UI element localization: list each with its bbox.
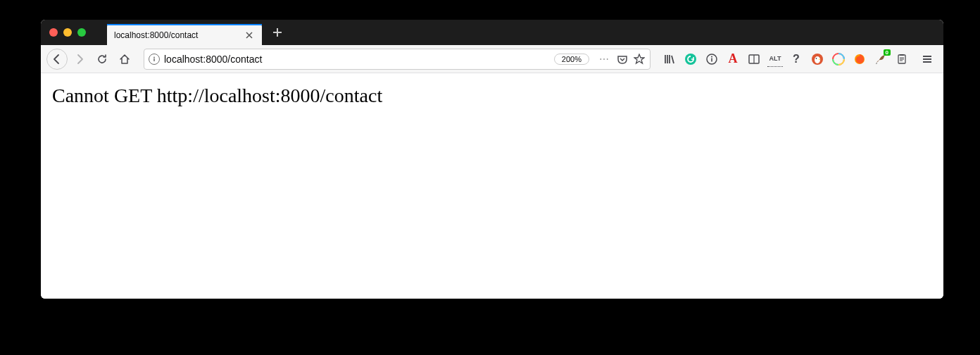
tab-active-indicator (107, 24, 262, 25)
stylus-icon[interactable]: 0 (873, 51, 888, 67)
window-maximize-button[interactable] (77, 28, 86, 37)
svg-point-9 (815, 56, 820, 63)
font-letter-icon[interactable]: A (725, 51, 741, 67)
library-icon[interactable] (662, 51, 677, 67)
ext-info-icon[interactable] (704, 51, 720, 67)
firefox-icon[interactable] (852, 51, 867, 67)
site-info-icon[interactable] (149, 54, 160, 65)
svg-rect-1 (153, 58, 155, 61)
home-icon (119, 54, 130, 65)
url-bar[interactable]: localhost:8000/contact 200% ⋯ (144, 49, 651, 70)
back-icon (51, 54, 63, 65)
grammarly-icon[interactable] (683, 51, 698, 67)
traffic-lights (49, 28, 86, 37)
titlebar: localhost:8000/contact (41, 20, 943, 45)
toolbar: localhost:8000/contact 200% ⋯ A (41, 45, 943, 73)
svg-point-10 (816, 58, 817, 59)
alt-icon[interactable]: ALT (767, 51, 783, 67)
svg-point-0 (153, 56, 155, 58)
hamburger-menu-icon[interactable] (919, 51, 935, 67)
error-message: Cannot GET http://localhost:8000/contact (52, 85, 932, 107)
forward-icon (74, 54, 85, 65)
new-tab-button[interactable] (268, 23, 287, 42)
url-separator: ⋯ (599, 54, 609, 65)
bookmark-star-icon[interactable] (633, 53, 646, 66)
browser-window: localhost:8000/contact localhost:8000/co… (41, 20, 943, 299)
tab-title: localhost:8000/contact (114, 30, 244, 40)
reader-icon[interactable] (746, 51, 762, 67)
svg-rect-14 (900, 54, 904, 56)
forward-button (69, 49, 90, 70)
window-close-button[interactable] (49, 28, 58, 37)
browser-tab[interactable]: localhost:8000/contact (107, 24, 262, 46)
reload-icon (96, 54, 108, 65)
back-button[interactable] (46, 49, 68, 70)
svg-rect-5 (711, 58, 712, 61)
tab-close-icon[interactable] (244, 30, 255, 41)
extension-icons: A ALT ? 0 (659, 51, 938, 67)
stylus-badge: 0 (884, 49, 891, 56)
duckduckgo-icon[interactable] (810, 51, 825, 67)
svg-point-2 (685, 54, 696, 65)
home-button[interactable] (114, 49, 135, 70)
url-text: localhost:8000/contact (164, 54, 550, 65)
clipboard-icon[interactable] (894, 51, 910, 67)
svg-point-4 (711, 56, 712, 57)
page-content: Cannot GET http://localhost:8000/contact (41, 73, 943, 299)
window-minimize-button[interactable] (63, 28, 72, 37)
zoom-badge[interactable]: 200% (554, 54, 589, 65)
reload-button[interactable] (92, 49, 113, 70)
colorful-icon[interactable] (831, 51, 846, 67)
help-icon[interactable]: ? (789, 51, 804, 67)
pocket-icon[interactable] (616, 53, 629, 66)
